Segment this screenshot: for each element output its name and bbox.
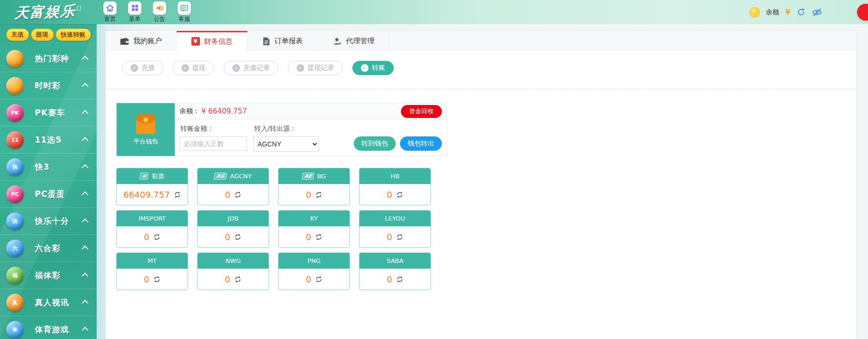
transfer-source-label: 转入/转出源： xyxy=(254,125,319,133)
transfer-source-select[interactable]: AGCNY xyxy=(253,136,319,152)
platform-balance-value: 0 xyxy=(144,274,149,284)
subtab-pill[interactable]: 转账 xyxy=(352,61,394,75)
lottery-ball-icon: 11 xyxy=(6,131,24,149)
subtab-pill[interactable]: 充值记录 xyxy=(224,61,279,75)
refresh-icon[interactable] xyxy=(174,191,181,198)
balance-label: 余额 xyxy=(766,8,779,17)
sidebar-menu-item[interactable]: PC PC蛋蛋 xyxy=(0,181,97,208)
transfer-out-wallet-button[interactable]: 钱包转出 xyxy=(400,136,442,151)
transfer-amount-input[interactable] xyxy=(180,136,247,151)
subtab-pill[interactable]: 提现记录 xyxy=(288,61,343,75)
subtab-pill[interactable]: 充值 xyxy=(122,61,163,75)
main-area: 我的账户 财务信息 订单报表 代理管理 xyxy=(97,24,868,339)
refresh-icon[interactable] xyxy=(234,191,241,198)
brand-logo[interactable]: 天富娱乐 xyxy=(0,1,96,24)
subtab-label: 提现 xyxy=(192,64,206,72)
platform-balance-card: MT 0 xyxy=(116,252,188,290)
refresh-icon[interactable] xyxy=(153,276,160,283)
nav-announcement[interactable]: 公告 xyxy=(151,1,168,23)
top-nav: 首页 菜单 公告 客服 xyxy=(102,1,192,23)
card-header: IMSPORT xyxy=(117,211,188,226)
sidebar-item-label: 快乐十分 xyxy=(35,216,69,227)
card-header: AG AGCNY xyxy=(198,168,269,184)
card-header: JDB xyxy=(198,211,269,226)
sidebar-menu-item[interactable]: 六 六合彩 xyxy=(0,235,97,262)
transfer-to-wallet-button[interactable]: 转到钱包 xyxy=(354,136,396,151)
refresh-icon[interactable] xyxy=(234,233,241,241)
card-body: 0 xyxy=(359,269,430,290)
platform-wallet-panel: ¥ 平台钱包 余额： ¥ 66409.757 资金回收 转账金额： 转入/转出源… xyxy=(116,103,447,156)
logout-button[interactable]: 退 xyxy=(857,4,868,20)
platform-balance-card: HB 0 xyxy=(359,168,431,205)
tab-label: 订单报表 xyxy=(274,37,303,46)
fund-recycle-button[interactable]: 资金回收 xyxy=(401,105,442,118)
sidebar-menu-item[interactable]: 快 快乐十分 xyxy=(0,208,97,235)
lottery-ball-icon xyxy=(6,50,24,68)
coin-icon xyxy=(749,7,760,18)
refresh-balance-icon[interactable] xyxy=(797,8,806,17)
sidebar-menu-item[interactable]: 热门彩种 xyxy=(0,45,97,72)
platform-name: HB xyxy=(390,173,399,180)
check-circle-icon xyxy=(361,64,369,72)
refresh-icon[interactable] xyxy=(396,191,403,198)
refresh-icon[interactable] xyxy=(153,233,160,241)
nav-menu[interactable]: 菜单 xyxy=(127,1,143,23)
transfer-amount-label: 转账金额： xyxy=(180,125,247,133)
platform-name: MT xyxy=(148,257,157,264)
wallet-tab-icon xyxy=(120,38,129,45)
currency-symbol: ¥ xyxy=(786,8,790,17)
sidebar: 充值提现快速转账 热门彩种 时时彩 PK PK赛车 11 11选 xyxy=(0,24,97,339)
platform-name: IMSPORT xyxy=(139,215,166,222)
sidebar-menu-item[interactable]: 体 体育游戏 xyxy=(0,316,97,339)
sidebar-menu-item[interactable]: PK PK赛车 xyxy=(0,99,97,126)
refresh-icon[interactable] xyxy=(396,276,403,283)
refresh-icon[interactable] xyxy=(234,276,241,283)
nav-customer-service[interactable]: 客服 xyxy=(176,1,192,23)
refresh-icon[interactable] xyxy=(315,276,322,283)
card-body: 0 xyxy=(279,226,349,247)
tab-my-account[interactable]: 我的账户 xyxy=(106,31,177,50)
card-header: KY xyxy=(279,211,349,226)
platform-balance-cards: ≡ 彩票 66409.757 AG AGCNY xyxy=(116,168,449,290)
sidebar-menu-item[interactable]: 11 11选5 xyxy=(0,126,97,154)
platform-balance-card: IMSPORT 0 xyxy=(116,210,188,248)
platform-name: KY xyxy=(310,215,318,222)
subtab-pill[interactable]: 提现 xyxy=(173,61,214,75)
platform-name: NWG xyxy=(225,257,241,264)
sidebar-menu-item[interactable]: 福 福体彩 xyxy=(0,262,97,289)
nav-home[interactable]: 首页 xyxy=(102,1,118,23)
sidebar-item-label: PC蛋蛋 xyxy=(35,189,65,200)
refresh-icon[interactable] xyxy=(315,233,322,241)
nav-home-label: 首页 xyxy=(104,15,116,23)
wallet-right-block: 余额： ¥ 66409.757 资金回收 转账金额： 转入/转出源： AGCNY xyxy=(175,103,447,156)
tab-finance-info[interactable]: 财务信息 xyxy=(177,31,248,50)
card-header: ≡ 彩票 xyxy=(117,168,188,184)
platform-name: AGCNY xyxy=(230,173,251,180)
sidebar-menu-item[interactable]: 快 快3 xyxy=(0,154,97,181)
quick-actions: 充值提现快速转账 xyxy=(0,25,97,45)
refresh-icon[interactable] xyxy=(396,233,403,241)
nav-customer-service-label: 客服 xyxy=(179,15,190,23)
check-circle-icon xyxy=(232,64,240,72)
platform-name: LEYOU xyxy=(385,215,405,222)
quick-action-button[interactable]: 快速转账 xyxy=(56,29,91,41)
lottery-ball-icon xyxy=(6,77,24,95)
sidebar-item-label: 福体彩 xyxy=(35,270,60,281)
lottery-ball-icon: 六 xyxy=(6,240,24,257)
quick-action-button[interactable]: 充值 xyxy=(6,29,29,41)
card-body: 0 xyxy=(198,226,269,247)
money-tab-icon xyxy=(191,37,200,46)
quick-action-button[interactable]: 提现 xyxy=(31,29,54,41)
refresh-icon[interactable] xyxy=(315,191,322,198)
sidebar-menu-item[interactable]: 真 真人视讯 xyxy=(0,289,97,316)
sidebar-menu-item[interactable]: 时时彩 xyxy=(0,72,97,99)
menu-grid-icon xyxy=(128,1,141,15)
tab-agent-management[interactable]: 代理管理 xyxy=(319,31,389,50)
lottery-ball-icon: PC xyxy=(6,185,24,203)
tab-label: 财务信息 xyxy=(204,37,233,46)
card-header: HB xyxy=(359,168,430,184)
svg-text:¥: ¥ xyxy=(143,116,148,124)
card-body: 0 xyxy=(198,184,269,205)
tab-order-report[interactable]: 订单报表 xyxy=(248,31,319,50)
hide-balance-eye-icon[interactable] xyxy=(812,8,822,17)
